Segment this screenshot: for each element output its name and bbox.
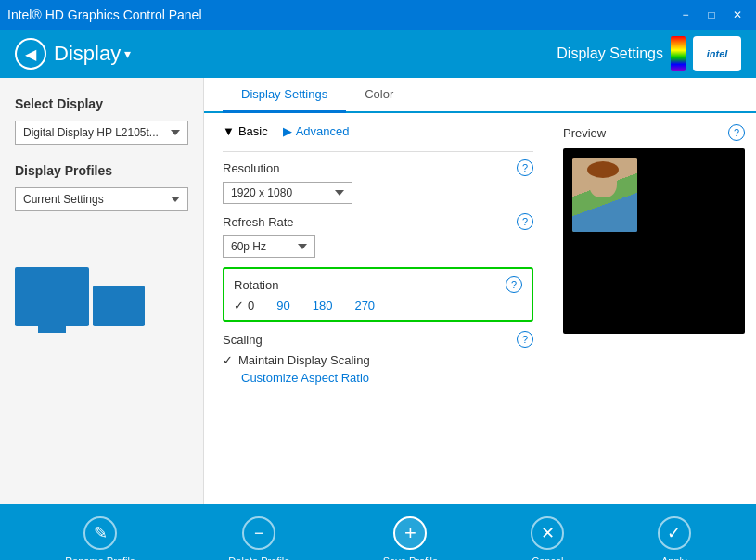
apply-label: Apply (661, 555, 687, 560)
rotation-option-90[interactable]: 90 (276, 299, 289, 312)
cancel-icon-circle: ✕ (531, 516, 564, 550)
basic-toggle[interactable]: ▼ Basic (223, 124, 268, 138)
refresh-rate-select[interactable]: 60p Hz 59p Hz 30p Hz (223, 235, 315, 258)
sidebar: Select Display Digital Display HP L2105t… (0, 78, 204, 504)
header-bar: ◀ Display ▾ Display Settings intel (0, 30, 756, 78)
save-profile-button[interactable]: + Save Profile (383, 516, 438, 560)
rotation-label: Rotation (234, 278, 278, 292)
title-bar: Intel® HD Graphics Control Panel − □ ✕ (0, 0, 756, 30)
window-controls: − □ ✕ (674, 6, 749, 24)
rotation-180-label: 180 (313, 299, 333, 312)
resolution-info-icon[interactable]: ? (517, 159, 533, 176)
basic-arrow-icon: ▼ (223, 124, 235, 138)
refresh-rate-row: Refresh Rate ? (223, 213, 533, 230)
content-area: ▼ Basic ▶ Advanced Resolution ? (204, 113, 756, 396)
maintain-scaling-checkmark: ✓ (223, 353, 233, 367)
display-title-text: Display (54, 42, 121, 66)
rename-profile-label: Rename Profile (65, 555, 135, 560)
preview-box (563, 148, 745, 334)
rotation-options: ✓ 0 90 180 270 (234, 299, 522, 312)
monitor-small-icon (93, 286, 145, 326)
minimize-button[interactable]: − (674, 6, 697, 24)
basic-toggle-label: Basic (238, 124, 268, 138)
save-profile-icon-circle: + (393, 516, 427, 550)
preview-image (572, 158, 637, 232)
cancel-button[interactable]: ✕ Cancel (531, 516, 564, 560)
profile-select[interactable]: Current Settings (15, 187, 188, 211)
maintain-scaling-label: Maintain Display Scaling (238, 353, 370, 367)
intel-logo: intel (693, 36, 741, 71)
preview-info-icon[interactable]: ? (728, 124, 745, 141)
right-panel: Display Settings Color ▼ Basic ▶ Advance… (204, 78, 756, 504)
rotation-90-label: 90 (276, 299, 289, 312)
delete-profile-icon-circle: − (242, 516, 275, 550)
checkmark-icon: ✓ (234, 299, 244, 312)
rename-profile-button[interactable]: ✎ Rename Profile (65, 516, 135, 560)
header-display-label: Display ▾ (54, 42, 131, 66)
section-toggle: ▼ Basic ▶ Advanced (223, 124, 533, 138)
cancel-label: Cancel (532, 555, 563, 560)
customize-aspect-ratio-link[interactable]: Customize Aspect Ratio (241, 371, 369, 385)
main-content: Select Display Digital Display HP L2105t… (0, 78, 756, 504)
rotation-option-0[interactable]: ✓ 0 (234, 299, 254, 312)
advanced-toggle[interactable]: ▶ Advanced (283, 124, 350, 138)
delete-profile-button[interactable]: − Delete Profile (228, 516, 289, 560)
restore-button[interactable]: □ (700, 6, 723, 24)
display-settings-header-label: Display Settings (557, 45, 663, 62)
save-icon: + (404, 521, 416, 545)
display-profiles-title: Display Profiles (15, 163, 188, 178)
select-display-title: Select Display (15, 96, 188, 111)
rename-icon: ✎ (94, 523, 108, 543)
resolution-row: Resolution ? (223, 159, 533, 176)
maintain-scaling-row: ✓ Maintain Display Scaling (223, 353, 533, 367)
rotation-270-label: 270 (354, 299, 375, 312)
scaling-label: Scaling (223, 333, 263, 347)
header-left: ◀ Display ▾ (15, 38, 131, 70)
apply-button[interactable]: ✓ Apply (658, 516, 691, 560)
color-strip-decoration (671, 36, 686, 71)
divider-1 (223, 151, 533, 152)
delete-icon: − (254, 524, 264, 543)
refresh-rate-info-icon[interactable]: ? (517, 213, 533, 230)
bottom-toolbar: ✎ Rename Profile − Delete Profile + Save… (0, 504, 756, 560)
header-right: Display Settings intel (557, 36, 741, 71)
resolution-select[interactable]: 1920 x 1080 1280 x 720 1024 x 768 (223, 182, 352, 204)
rotation-option-270[interactable]: 270 (354, 299, 375, 312)
rename-profile-icon-circle: ✎ (83, 516, 117, 550)
refresh-rate-label: Refresh Rate (223, 215, 294, 229)
settings-panel: ▼ Basic ▶ Advanced Resolution ? (204, 113, 552, 396)
rotation-header: Rotation ? (234, 276, 522, 293)
advanced-arrow-icon: ▶ (283, 124, 292, 138)
rotation-box: Rotation ? ✓ 0 90 180 (223, 267, 533, 322)
tab-color[interactable]: Color (346, 78, 412, 113)
display-select[interactable]: Digital Display HP L2105t... (15, 121, 188, 145)
rotation-0-label: 0 (248, 299, 254, 312)
resolution-select-row: 1920 x 1080 1280 x 720 1024 x 768 (223, 182, 533, 204)
preview-header: Preview ? (563, 124, 745, 141)
rotation-info-icon[interactable]: ? (506, 276, 522, 293)
apply-icon-circle: ✓ (658, 516, 691, 550)
preview-panel: Preview ? (552, 113, 756, 396)
tab-display-settings[interactable]: Display Settings (223, 78, 346, 113)
customize-link-row: Customize Aspect Ratio (223, 371, 533, 385)
monitor-big-icon (15, 267, 89, 326)
monitor-illustration (15, 267, 188, 326)
back-button[interactable]: ◀ (15, 38, 46, 70)
back-icon: ◀ (25, 45, 36, 63)
delete-profile-label: Delete Profile (228, 555, 289, 560)
advanced-toggle-label: Advanced (296, 124, 350, 138)
rotation-option-180[interactable]: 180 (313, 299, 333, 312)
refresh-rate-select-row: 60p Hz 59p Hz 30p Hz (223, 235, 533, 258)
close-button[interactable]: ✕ (726, 6, 749, 24)
cancel-icon: ✕ (541, 523, 555, 543)
resolution-label: Resolution (223, 161, 279, 175)
scaling-info-icon[interactable]: ? (517, 331, 533, 348)
tab-bar: Display Settings Color (204, 78, 756, 113)
display-dropdown-arrow[interactable]: ▾ (124, 46, 131, 61)
window-title: Intel® HD Graphics Control Panel (7, 7, 202, 22)
save-profile-label: Save Profile (383, 555, 438, 560)
apply-icon: ✓ (667, 523, 681, 543)
scaling-row: Scaling ? (223, 331, 533, 348)
preview-title: Preview (563, 126, 606, 140)
